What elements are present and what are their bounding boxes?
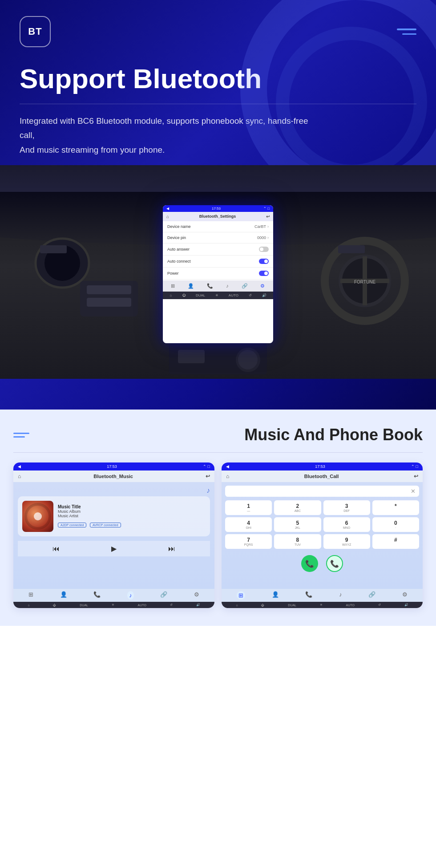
hero-description: Integrated with BC6 Bluetooth module, su… xyxy=(20,114,322,157)
play-button[interactable]: ▶ xyxy=(111,544,117,553)
hero-section: BT Support Bluetooth Integrated with BC6… xyxy=(0,0,436,410)
cnav-contacts[interactable]: 👤 xyxy=(272,591,279,600)
cbot-home: ⌂ xyxy=(236,604,238,607)
music-controls: ⏮ ▶ ⏭ xyxy=(18,541,210,556)
dialpad: 1— 2ABC 3DEF * 4GHI 5JKL 6MNO 0· 7PQRS 8… xyxy=(225,500,419,549)
call-answer-button[interactable]: 📞 xyxy=(326,555,343,572)
call-input-row: ✕ xyxy=(225,486,419,497)
cnav-phone[interactable]: 📞 xyxy=(305,591,312,600)
dial-2[interactable]: 2ABC xyxy=(274,500,321,515)
next-button[interactable]: ⏭ xyxy=(168,545,175,553)
lower-title: Music And Phone Book xyxy=(244,426,423,444)
svg-rect-12 xyxy=(178,350,205,363)
screen-title-bar: ⌂ Bluetooth_Settings ↩ xyxy=(163,212,273,221)
car-background: FORTUNE ◀ 17:53 ⌃ □ ⌂ Bluetooth_Settings… xyxy=(0,165,436,379)
music-artist-text: Music Artist xyxy=(58,514,206,518)
screen-row-power: Power xyxy=(163,268,273,280)
car-dashboard: FORTUNE ◀ 17:53 ⌃ □ ⌂ Bluetooth_Settings… xyxy=(0,192,436,379)
svg-point-14 xyxy=(238,350,258,369)
bot-home: ⌂ xyxy=(28,604,29,607)
hero-title: Support Bluetooth xyxy=(20,64,416,94)
avrcp-badge: AVRCP connected xyxy=(90,523,121,527)
nav-music[interactable]: ♪ xyxy=(127,591,134,600)
hero-text-block: Support Bluetooth Integrated with BC6 Bl… xyxy=(0,47,436,157)
cnav-music[interactable]: ♪ xyxy=(339,591,342,600)
nav-home[interactable]: ⊞ xyxy=(28,591,33,600)
screen-row-auto-answer: Auto answer xyxy=(163,243,273,256)
screen-bottom-bar: ⌂ ⏻ DUAL ✳ AUTO ↺ 🔊 xyxy=(163,292,273,299)
auto-answer-toggle[interactable] xyxy=(259,247,269,252)
lower-section: Music And Phone Book ◀ 17:53 ⌃ □ ⌂ Bluet… xyxy=(0,410,436,626)
bot-snowflake: ✳ xyxy=(112,603,114,607)
hero-header: BT xyxy=(0,0,436,47)
nav-phone[interactable]: 📞 xyxy=(93,591,101,600)
music-player-area: Music Title Music Album Music Artist A2D… xyxy=(18,496,210,536)
dial-star[interactable]: * xyxy=(372,500,419,515)
phone-screens-container: ◀ 17:53 ⌃ □ ⌂ Bluetooth_Music ↩ ♪ Music … xyxy=(13,462,423,608)
dial-8[interactable]: 8TUV xyxy=(274,534,321,549)
music-note-icon: ♪ xyxy=(18,487,210,495)
power-toggle[interactable] xyxy=(259,271,269,276)
music-home-icon[interactable]: ⌂ xyxy=(18,473,21,479)
music-back-icon[interactable]: ↩ xyxy=(206,473,210,479)
svg-rect-10 xyxy=(338,245,365,253)
screen-status-bar: ◀ 17:53 ⌃ □ xyxy=(163,205,273,212)
album-art xyxy=(22,501,53,532)
hamburger-menu[interactable] xyxy=(397,28,416,35)
dial-7[interactable]: 7PQRS xyxy=(225,534,272,549)
cbot-ref: ↺ xyxy=(378,603,381,607)
call-clear-button[interactable]: ✕ xyxy=(411,488,416,495)
bot-power: ⏻ xyxy=(53,604,56,607)
cnav-grid[interactable]: ⊞ xyxy=(237,591,245,600)
call-navbar: ⊞ 👤 📞 ♪ 🔗 ⚙ xyxy=(222,589,423,602)
call-content: ✕ 1— 2ABC 3DEF * 4GHI 5JKL 6MNO 0· 7PQRS… xyxy=(222,482,423,589)
music-navbar: ⊞ 👤 📞 ♪ 🔗 ⚙ xyxy=(13,589,214,602)
music-content: ♪ Music Title Music Album Music Artist A… xyxy=(13,482,214,589)
screen-row-device-name: Device name CarBT › xyxy=(163,221,273,232)
dial-0[interactable]: 0· xyxy=(372,517,419,532)
cbot-power: ⏻ xyxy=(261,604,264,607)
screen-nav-bar: ⊞ 👤 📞 ♪ 🔗 ⚙ xyxy=(163,280,273,292)
bot-refresh: ↺ xyxy=(170,603,173,607)
music-badges: A2DP connected AVRCP connected xyxy=(58,520,206,528)
cbot-snow: ✳ xyxy=(320,603,323,607)
hero-divider xyxy=(20,104,416,104)
call-phone-card: ◀ 17:53 ⌃ □ ⌂ Bluetooth_Call ↩ ✕ 1— 2ABC… xyxy=(222,462,423,608)
dial-1[interactable]: 1— xyxy=(225,500,272,515)
call-dial-button[interactable]: 📞 xyxy=(301,555,318,572)
music-album-text: Music Album xyxy=(58,509,206,514)
call-home-icon[interactable]: ⌂ xyxy=(226,473,229,479)
dial-9[interactable]: 9WXYZ xyxy=(323,534,370,549)
screen-row-auto-connect: Auto connect xyxy=(163,256,273,268)
a2dp-badge: A2DP connected xyxy=(58,523,86,527)
lower-divider xyxy=(13,452,423,453)
music-status-bar: ◀ 17:53 ⌃ □ xyxy=(13,462,214,471)
cnav-link[interactable]: 🔗 xyxy=(368,591,375,600)
dial-hash[interactable]: # xyxy=(372,534,419,549)
dial-6[interactable]: 6MNO xyxy=(323,517,370,532)
call-title-bar: ⌂ Bluetooth_Call ↩ xyxy=(222,471,423,482)
music-title-text: Music Title xyxy=(58,504,206,509)
nav-link[interactable]: 🔗 xyxy=(160,591,167,600)
nav-contacts[interactable]: 👤 xyxy=(60,591,67,600)
nav-settings[interactable]: ⚙ xyxy=(194,591,199,600)
screen-row-device-pin: Device pin 0000 › xyxy=(163,232,273,243)
lower-header: Music And Phone Book xyxy=(13,426,423,444)
prev-button[interactable]: ⏮ xyxy=(52,545,60,553)
music-vinyl xyxy=(24,503,51,530)
lower-hamburger-icon[interactable] xyxy=(13,433,29,438)
bot-auto: AUTO xyxy=(138,604,146,607)
dial-4[interactable]: 4GHI xyxy=(225,517,272,532)
dial-3[interactable]: 3DEF xyxy=(323,500,370,515)
music-phone-card: ◀ 17:53 ⌃ □ ⌂ Bluetooth_Music ↩ ♪ Music … xyxy=(13,462,214,608)
cnav-settings[interactable]: ⚙ xyxy=(402,591,408,600)
svg-rect-5 xyxy=(87,285,131,294)
auto-connect-toggle[interactable] xyxy=(259,259,269,264)
call-back-icon[interactable]: ↩ xyxy=(414,473,418,479)
screen-mockup: ◀ 17:53 ⌃ □ ⌂ Bluetooth_Settings ↩ Devic… xyxy=(163,205,273,343)
dial-5[interactable]: 5JKL xyxy=(274,517,321,532)
bot-vol: 🔊 xyxy=(196,603,200,607)
cbot-auto: AUTO xyxy=(346,604,355,607)
svg-rect-6 xyxy=(87,298,131,307)
call-action-buttons: 📞 📞 xyxy=(225,552,419,575)
